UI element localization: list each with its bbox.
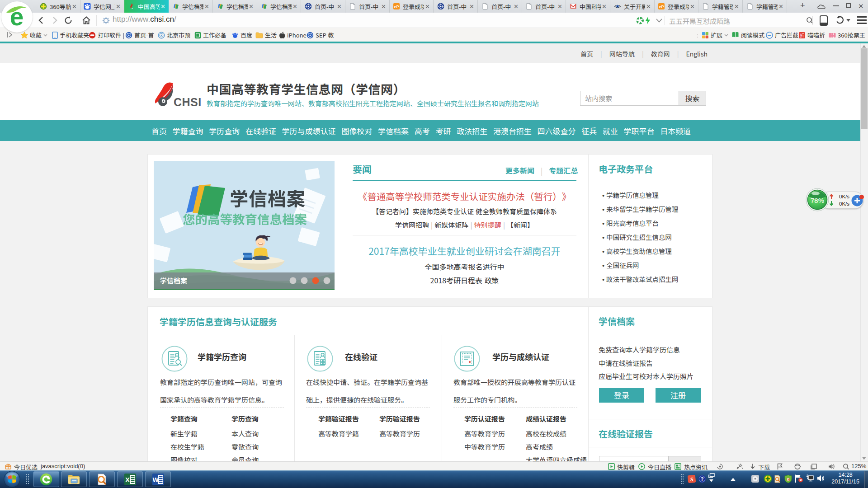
- svg-text:W: W: [152, 476, 159, 483]
- svg-text:78%: 78%: [811, 197, 824, 204]
- svg-text:折: 折: [800, 32, 804, 38]
- svg-text:eP: eP: [659, 5, 664, 9]
- svg-text:?: ?: [701, 476, 704, 482]
- svg-text:CHSI: CHSI: [174, 96, 202, 108]
- svg-text:学信档案: 学信档案: [230, 184, 306, 211]
- svg-text:eP: eP: [394, 5, 399, 9]
- svg-text:S: S: [690, 476, 693, 483]
- svg-text:学信档案: 学信档案: [160, 276, 187, 285]
- svg-text:您的高等教育信息档案: 您的高等教育信息档案: [183, 210, 307, 228]
- svg-text:X: X: [125, 476, 130, 483]
